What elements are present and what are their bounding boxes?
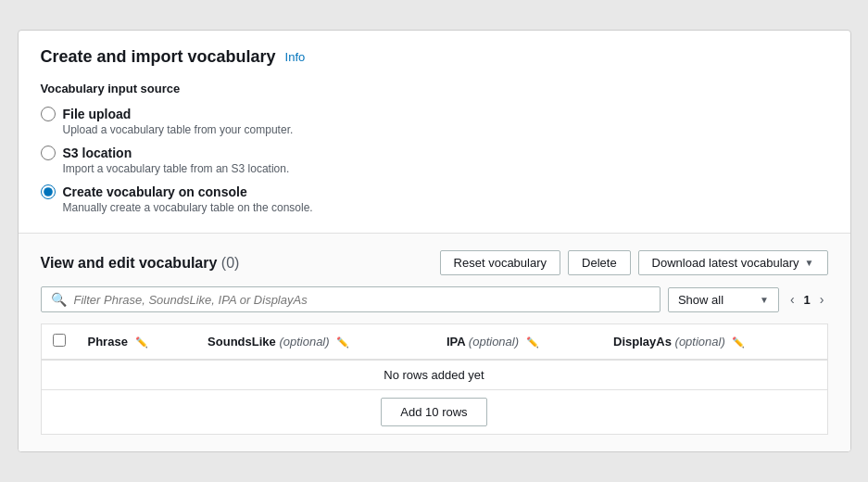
radio-label-row-file-upload: File upload [41, 107, 828, 121]
col-header-phrase: Phrase ✏️ [77, 324, 197, 361]
radio-desc-console: Manually create a vocabulary table on th… [63, 201, 828, 214]
display-as-edit-icon[interactable]: ✏️ [732, 336, 745, 348]
radio-s3-location[interactable] [41, 146, 56, 160]
search-icon: 🔍 [51, 292, 67, 307]
radio-label-row-console: Create vocabulary on console [41, 184, 828, 199]
radio-label-console: Create vocabulary on console [63, 184, 247, 199]
view-edit-title-row: View and edit vocabulary (0) [41, 255, 240, 272]
empty-message-row: No rows added yet [41, 360, 827, 390]
pagination: ‹ 1 › [786, 290, 828, 309]
page-title: Create and import vocabulary [41, 47, 276, 67]
download-latest-button[interactable]: Download latest vocabulary ▼ [638, 250, 828, 275]
col-header-sounds-like: SoundsLike (optional) ✏️ [196, 324, 435, 361]
vocabulary-table: Phrase ✏️ SoundsLike (optional) ✏️ IPA (… [41, 323, 828, 435]
radio-label-row-s3: S3 location [41, 146, 828, 160]
empty-message: No rows added yet [41, 360, 827, 390]
next-page-button[interactable]: › [816, 290, 828, 309]
current-page: 1 [804, 293, 811, 307]
prev-page-button[interactable]: ‹ [786, 290, 799, 309]
add-rows-cell: Add 10 rows [41, 390, 827, 435]
radio-desc-file-upload: Upload a vocabulary table from your comp… [63, 123, 828, 136]
reset-vocabulary-button[interactable]: Reset vocabulary [440, 250, 560, 275]
phrase-edit-icon[interactable]: ✏️ [135, 336, 148, 348]
radio-item-s3-location: S3 location Import a vocabulary table fr… [41, 146, 828, 175]
select-all-checkbox-header [41, 324, 77, 361]
vocab-input-label: Vocabulary input source [41, 82, 828, 95]
radio-label-s3: S3 location [63, 146, 132, 160]
header-buttons: Reset vocabulary Delete Download latest … [440, 250, 828, 275]
bottom-header: View and edit vocabulary (0) Reset vocab… [41, 250, 828, 275]
bottom-section: View and edit vocabulary (0) Reset vocab… [19, 234, 850, 451]
search-box: 🔍 [41, 286, 660, 312]
download-dropdown-arrow-icon: ▼ [805, 258, 814, 268]
filter-select-label: Show all [678, 293, 723, 307]
main-container: Create and import vocabulary Info Vocabu… [18, 30, 851, 452]
radio-label-file-upload: File upload [63, 107, 132, 121]
add-rows-button[interactable]: Add 10 rows [381, 398, 486, 426]
table-header-row: Phrase ✏️ SoundsLike (optional) ✏️ IPA (… [41, 324, 827, 361]
page-title-row: Create and import vocabulary Info [41, 47, 828, 67]
select-all-checkbox[interactable] [53, 334, 66, 347]
search-input[interactable] [74, 293, 650, 307]
add-rows-row: Add 10 rows [41, 390, 827, 435]
col-header-display-as: DisplayAs (optional) ✏️ [602, 324, 827, 361]
ipa-edit-icon[interactable]: ✏️ [526, 336, 539, 348]
view-edit-title: View and edit vocabulary (0) [41, 255, 240, 271]
radio-group: File upload Upload a vocabulary table fr… [41, 107, 828, 214]
radio-file-upload[interactable] [41, 107, 56, 121]
search-row: 🔍 Show all ▼ ‹ 1 › [41, 286, 828, 312]
radio-item-file-upload: File upload Upload a vocabulary table fr… [41, 107, 828, 136]
radio-item-console: Create vocabulary on console Manually cr… [41, 184, 828, 214]
col-header-ipa: IPA (optional) ✏️ [435, 324, 602, 361]
filter-select[interactable]: Show all ▼ [668, 287, 779, 312]
radio-console[interactable] [41, 184, 56, 199]
view-edit-count: (0) [221, 255, 240, 271]
radio-desc-s3: Import a vocabulary table from an S3 loc… [63, 162, 828, 175]
info-link[interactable]: Info [285, 50, 306, 64]
delete-button[interactable]: Delete [568, 250, 631, 275]
top-section: Create and import vocabulary Info Vocabu… [19, 31, 850, 234]
sounds-like-edit-icon[interactable]: ✏️ [336, 336, 349, 348]
filter-dropdown-arrow-icon: ▼ [760, 295, 769, 305]
